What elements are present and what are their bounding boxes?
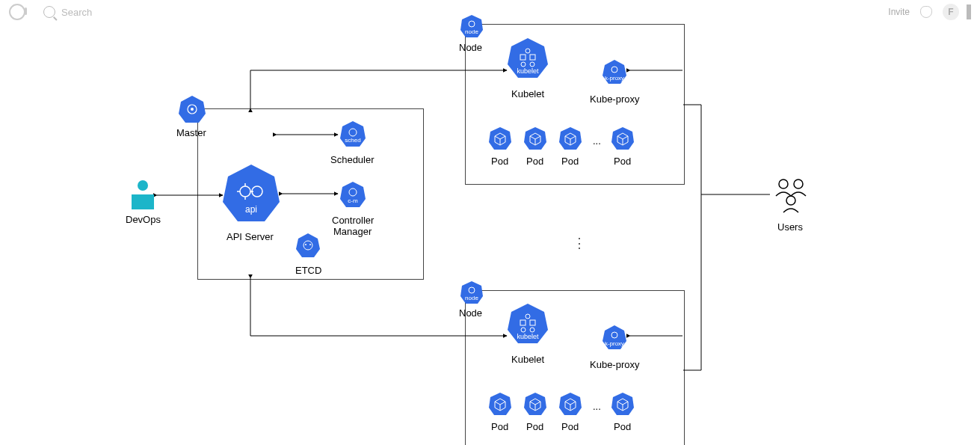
svg-point-22	[309, 244, 311, 245]
node1-pod2-icon	[523, 126, 548, 151]
svg-point-59	[786, 196, 795, 205]
controller-manager-icon: c-m	[339, 180, 367, 209]
master-label: Master	[176, 127, 206, 138]
scheduler-label: Scheduler	[330, 154, 375, 165]
api-server-icon: api	[220, 162, 283, 224]
svg-text:kubelet: kubelet	[517, 67, 539, 75]
node2-pod4-label: Pod	[614, 421, 631, 432]
node1-pod2-label: Pod	[526, 156, 543, 167]
controller-manager-label-2: Manager	[333, 226, 372, 237]
svg-marker-56	[611, 393, 634, 415]
kubeproxy2-label: Kube-proxy	[590, 359, 639, 370]
node1-icon: node	[459, 13, 484, 39]
node2-pod2-icon	[523, 391, 548, 417]
users-label: Users	[777, 221, 803, 233]
svg-marker-37	[524, 127, 546, 150]
svg-text:kubelet: kubelet	[517, 333, 539, 340]
controller-manager-label-1: Controller	[332, 215, 374, 226]
node1-pod1-label: Pod	[491, 156, 508, 167]
svg-point-57	[779, 179, 788, 188]
kubeproxy2-icon: k-proxy	[601, 324, 628, 351]
svg-text:node: node	[465, 28, 478, 35]
svg-text:sched: sched	[345, 137, 360, 144]
svg-point-4	[138, 180, 148, 191]
svg-marker-53	[489, 393, 511, 415]
scheduler-icon: sched	[339, 120, 367, 148]
nodes-ellipsis: ⋮	[573, 235, 588, 251]
api-server-label: API Server	[226, 231, 274, 242]
node2-pod-ellipsis: ...	[593, 401, 601, 412]
svg-text:api: api	[245, 204, 257, 215]
etcd-icon	[295, 232, 321, 259]
node1-pod4-icon	[610, 126, 635, 151]
kubelet2-icon: kubelet	[505, 301, 550, 346]
svg-rect-5	[132, 194, 154, 209]
kubeproxy1-label: Kube-proxy	[590, 93, 639, 105]
node1-pod3-icon	[558, 126, 583, 151]
node2-icon: node	[459, 280, 484, 305]
kubeproxy1-icon: k-proxy	[601, 58, 628, 85]
svg-text:node: node	[465, 295, 478, 301]
svg-marker-54	[524, 393, 546, 415]
kubelet2-label: Kubelet	[511, 354, 544, 365]
node2-pod1-label: Pod	[491, 421, 508, 432]
node2-pod1-icon	[487, 391, 513, 417]
svg-marker-39	[611, 127, 634, 150]
svg-marker-38	[559, 127, 582, 150]
kubelet1-label: Kubelet	[511, 88, 544, 99]
svg-text:c-m: c-m	[348, 197, 358, 204]
svg-text:k-proxy: k-proxy	[605, 340, 624, 347]
node1-pod4-label: Pod	[614, 156, 631, 167]
node1-pod1-icon	[487, 126, 513, 151]
node2-pod4-icon	[610, 391, 635, 417]
node2-pod3-label: Pod	[561, 421, 579, 432]
etcd-label: ETCD	[295, 265, 321, 276]
diagram-canvas: DevOps Master api API Server sched Sched…	[0, 0, 980, 445]
node2-pod2-label: Pod	[526, 421, 543, 432]
devops-label: DevOps	[126, 214, 161, 225]
node1-pod3-label: Pod	[561, 156, 579, 167]
master-icon	[177, 94, 207, 124]
users-icon	[770, 174, 812, 218]
svg-marker-36	[489, 127, 511, 150]
svg-point-58	[794, 179, 803, 188]
devops-icon	[129, 178, 157, 214]
svg-marker-55	[559, 393, 582, 415]
node1-pod-ellipsis: ...	[593, 135, 601, 147]
node2-label: Node	[459, 307, 482, 319]
node1-label: Node	[459, 42, 482, 53]
svg-marker-19	[296, 233, 320, 257]
svg-point-8	[191, 108, 194, 111]
node2-pod3-icon	[558, 391, 583, 417]
kubelet1-icon: kubelet	[505, 36, 550, 81]
svg-text:k-proxy: k-proxy	[605, 75, 624, 82]
svg-point-21	[305, 244, 306, 245]
